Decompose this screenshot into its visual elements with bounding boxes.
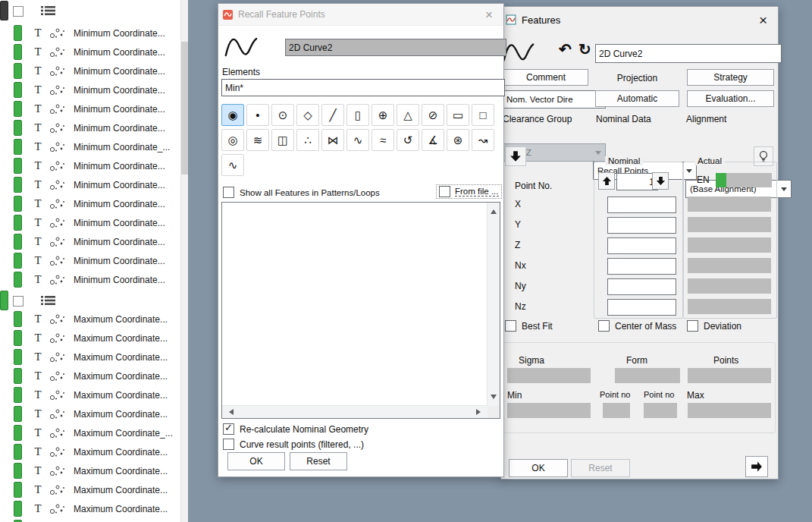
tree-item[interactable]: T Maximum Coordinate...	[0, 480, 180, 499]
tree-item[interactable]: T Maximum Coordinate...	[0, 499, 180, 518]
center-of-mass-checkbox[interactable]	[598, 320, 610, 332]
automatic-button[interactable]: Automatic	[595, 90, 679, 107]
group-box-icon[interactable]	[13, 6, 24, 17]
plane-pair-icon[interactable]: ◫	[271, 129, 294, 151]
center-of-mass-checkbox-row[interactable]: Center of Mass	[598, 320, 676, 332]
scrollbar-thumb[interactable]	[181, 42, 188, 175]
cylinder-icon[interactable]: ▯	[346, 104, 369, 126]
nominal-value-input[interactable]	[607, 217, 676, 234]
point-icon[interactable]: •	[246, 104, 269, 126]
deviation-checkbox-row[interactable]: Deviation	[687, 320, 741, 332]
group-box-icon[interactable]	[13, 296, 24, 307]
tree-item[interactable]: T Maximum Coordinate_...	[0, 423, 180, 442]
angle-point-icon[interactable]: ∡	[422, 129, 444, 151]
horizontal-scrollbar[interactable]	[222, 405, 488, 418]
tree-item[interactable]: T Minimum Coordinate...	[0, 251, 180, 270]
next-feature-button[interactable]	[745, 456, 768, 477]
tree-item[interactable]: T Minimum Coordinate...	[0, 270, 180, 289]
scroll-up-icon[interactable]	[491, 206, 497, 214]
any-feature-icon[interactable]: ◉	[221, 104, 244, 126]
tree-item[interactable]: T Minimum Coordinate...	[0, 99, 180, 118]
tree-item[interactable]: T Minimum Coordinate...	[0, 42, 180, 61]
point-set-icon[interactable]: ∴	[296, 129, 319, 151]
tree-item[interactable]: T Minimum Coordinate_...	[0, 137, 180, 156]
circle-cross-icon[interactable]: ⊕	[372, 104, 394, 126]
comment-button[interactable]: Comment	[503, 69, 588, 86]
nominal-value-input[interactable]	[607, 278, 676, 295]
tree-item[interactable]: T Maximum Coordinate...	[0, 310, 180, 329]
point-up-button[interactable]	[598, 172, 615, 190]
feature-name-field[interactable]	[285, 39, 506, 56]
ok-button[interactable]: OK	[227, 452, 285, 470]
recalc-checkbox[interactable]	[223, 423, 234, 435]
polyline-icon[interactable]: ∿	[221, 154, 244, 176]
tree-item[interactable]: T Maximum Coordinate...	[0, 366, 180, 385]
recalc-checkbox-row[interactable]: Re-calculate Nominal Geometry	[223, 423, 368, 435]
close-icon[interactable]: ×	[753, 11, 773, 29]
feature-name-input[interactable]	[595, 44, 782, 63]
tree-item[interactable]: T Maximum Coordinate...	[0, 518, 180, 522]
circle-icon[interactable]: ⊙	[271, 104, 294, 126]
plane-icon[interactable]: ◇	[296, 104, 319, 126]
slot-icon[interactable]: ▭	[447, 104, 469, 126]
tree-item[interactable]: T Minimum Coordinate...	[0, 80, 180, 99]
tree-item[interactable]: T Maximum Coordinate...	[0, 347, 180, 366]
cone-icon[interactable]: △	[397, 104, 419, 126]
surface-icon[interactable]: ⋈	[321, 129, 344, 151]
tree-item[interactable]: T Minimum Coordinate...	[0, 61, 180, 80]
close-icon[interactable]: ×	[479, 7, 499, 23]
features-titlebar[interactable]: Features ×	[501, 7, 778, 33]
tree-item[interactable]: T Maximum Coordinate...	[0, 329, 180, 347]
nominal-value-input[interactable]	[607, 299, 676, 316]
evaluation-button[interactable]: Evaluation...	[687, 90, 774, 107]
from-file-checkbox[interactable]	[439, 186, 450, 197]
undo-icon[interactable]: ↶	[559, 42, 572, 57]
show-all-checkbox[interactable]	[223, 187, 234, 198]
recall-titlebar[interactable]: Recall Feature Points ×	[218, 4, 503, 26]
tree-item[interactable]: T Maximum Coordinate...	[0, 385, 180, 404]
tree-item[interactable]: T Maximum Coordinate...	[0, 404, 180, 423]
nominal-value-input[interactable]	[607, 258, 676, 275]
tree-item[interactable]: T Minimum Coordinate...	[0, 24, 180, 42]
curve-result-checkbox[interactable]	[223, 439, 234, 450]
torus-icon[interactable]: ◎	[221, 129, 244, 151]
tree-item[interactable]: T Minimum Coordinate...	[0, 156, 180, 175]
line-icon[interactable]: ╱	[321, 104, 344, 126]
tree-item[interactable]: T Maximum Coordinate...	[0, 442, 180, 461]
rectangle-icon[interactable]: □	[472, 104, 494, 126]
deviation-checkbox[interactable]	[687, 320, 698, 332]
move-down-button[interactable]	[505, 146, 526, 166]
scroll-left-icon[interactable]	[226, 409, 234, 415]
tree-item[interactable]: T Minimum Coordinate...	[0, 175, 180, 194]
step-cylinder-icon[interactable]: ≋	[246, 129, 269, 151]
tree-item[interactable]: T Minimum Coordinate...	[0, 194, 180, 213]
reset-button[interactable]: Reset	[571, 459, 630, 477]
point-down-button[interactable]	[652, 172, 669, 190]
curve-2d-icon[interactable]: ∿	[346, 129, 369, 151]
tree-group-header-max[interactable]	[0, 290, 180, 311]
strategy-button[interactable]: Strategy	[687, 69, 774, 86]
show-all-checkbox-row[interactable]: Show all Features in Patterns/Loops	[223, 187, 380, 198]
tree-item[interactable]: T Minimum Coordinate...	[0, 213, 180, 232]
lift-curve-icon[interactable]: ↺	[397, 129, 419, 151]
nominal-vector-direction-select[interactable]: Nom. Vector Dire	[502, 90, 606, 108]
ellipse-icon[interactable]: ⊘	[422, 104, 444, 126]
nominal-value-input[interactable]	[607, 197, 676, 213]
elements-listbox[interactable]	[221, 202, 500, 419]
best-fit-checkbox[interactable]	[505, 320, 516, 332]
freeform-icon[interactable]: ↝	[472, 129, 494, 151]
scroll-down-icon[interactable]	[491, 395, 497, 402]
tree-scrollbar[interactable]	[180, 0, 188, 522]
best-fit-checkbox-row[interactable]: Best Fit	[505, 320, 553, 332]
curve-result-checkbox-row[interactable]: Curve result points (filtered, ...)	[223, 439, 364, 450]
curve-3d-icon[interactable]: ≈	[372, 129, 394, 151]
reset-button[interactable]: Reset	[290, 452, 347, 470]
vertical-scrollbar[interactable]	[487, 203, 500, 406]
tree-item[interactable]: T Minimum Coordinate...	[0, 118, 180, 137]
nominal-value-input[interactable]	[607, 237, 676, 254]
tree-item[interactable]: T Minimum Coordinate...	[0, 232, 180, 251]
tree-group-header-min[interactable]	[0, 0, 180, 21]
sphere-icon[interactable]: ⊛	[447, 129, 469, 151]
tree-item[interactable]: T Maximum Coordinate...	[0, 461, 180, 480]
scroll-right-icon[interactable]	[476, 409, 484, 415]
